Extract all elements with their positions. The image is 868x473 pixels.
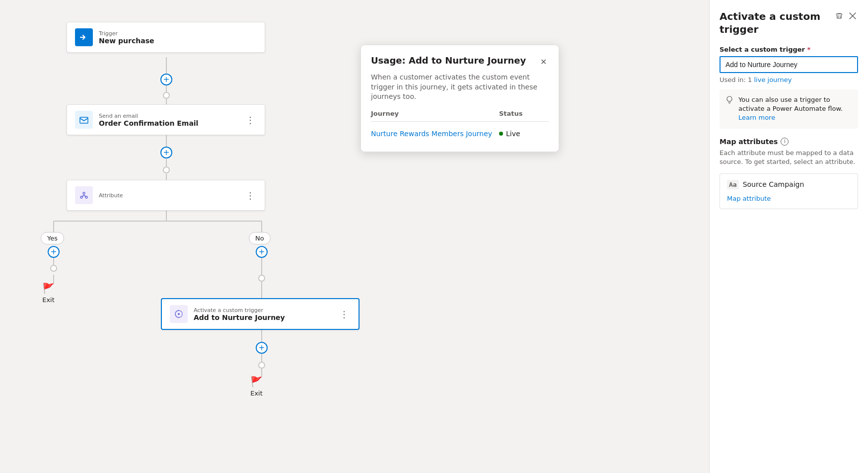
attribute-node[interactable]: Attribute ⋮ (67, 180, 265, 211)
no-branch-label: No (249, 232, 271, 244)
col-journey-header: Journey (371, 110, 499, 117)
trigger-select-input[interactable] (720, 56, 858, 73)
yes-branch-label: Yes (41, 232, 64, 244)
info-text: You can also use a trigger to activate a… (738, 95, 852, 123)
map-attributes-desc: Each attribute must be mapped to a data … (720, 149, 858, 166)
attribute-node-menu[interactable]: ⋮ (244, 189, 257, 202)
connector-circle-bottom (258, 362, 265, 369)
info-box: You can also use a trigger to activate a… (720, 89, 858, 129)
add-step-1[interactable]: + (160, 74, 172, 85)
exit-node-yes: 🚩 Exit (42, 282, 55, 304)
panel-header-actions (833, 10, 858, 22)
map-attribute-link[interactable]: Map attribute (727, 195, 771, 202)
custom-trigger-label: Activate a custom trigger (194, 307, 332, 314)
connector-circle-1 (163, 92, 170, 99)
usage-table: Journey Status Nurture Rewards Members J… (371, 110, 549, 142)
usage-table-header: Journey Status (371, 110, 549, 122)
custom-trigger-title: Add to Nurture Journey (194, 314, 332, 321)
attribute-card-header: Aa Source Campaign (727, 180, 851, 189)
add-step-no[interactable]: + (256, 246, 268, 258)
trigger-title: New purchase (99, 37, 257, 45)
trigger-node-text: Trigger New purchase (99, 30, 257, 45)
email-node-menu[interactable]: ⋮ (244, 114, 257, 126)
used-in-text: Used in: 1 live journey (720, 76, 858, 83)
status-badge: Live (499, 130, 549, 138)
attr-type-icon: Aa (727, 180, 739, 189)
attribute-card: Aa Source Campaign Map attribute (720, 173, 858, 209)
svg-point-24 (178, 313, 180, 315)
attribute-label: Attribute (99, 192, 238, 199)
trigger-icon (75, 28, 93, 46)
map-attributes-title: Map attributes (720, 138, 778, 146)
required-star: * (807, 46, 811, 53)
map-attributes-info-icon[interactable]: i (781, 138, 789, 146)
learn-more-link[interactable]: Learn more (738, 114, 775, 121)
panel-header: Activate a custom trigger (720, 10, 858, 36)
add-step-2[interactable]: + (160, 147, 172, 158)
delete-button[interactable] (833, 10, 845, 22)
exit-flag-no: 🚩 (250, 376, 263, 388)
attr-name: Source Campaign (743, 180, 804, 188)
attribute-node-text: Attribute (99, 192, 238, 199)
attribute-icon (75, 186, 93, 204)
add-step-yes[interactable]: + (48, 246, 60, 258)
trigger-select-label: Select a custom trigger * (720, 46, 858, 53)
connector-circle-no (258, 275, 265, 282)
status-text: Live (506, 130, 520, 138)
usage-popup: Usage: Add to Nurture Journey ✕ When a c… (361, 45, 559, 152)
svg-rect-17 (80, 117, 88, 123)
usage-popup-close[interactable]: ✕ (538, 55, 549, 69)
custom-trigger-node[interactable]: Activate a custom trigger Add to Nurture… (161, 298, 360, 330)
exit-flag-yes: 🚩 (42, 282, 55, 294)
svg-point-18 (83, 192, 85, 194)
svg-line-23 (84, 196, 86, 196)
custom-trigger-node-menu[interactable]: ⋮ (338, 308, 351, 320)
usage-popup-header: Usage: Add to Nurture Journey ✕ (371, 55, 549, 69)
connector-circle-2 (163, 166, 170, 173)
exit-label-no: Exit (250, 390, 263, 397)
panel-title: Activate a custom trigger (720, 10, 829, 36)
exit-label-yes: Exit (42, 296, 55, 304)
email-title: Order Confirmation Email (99, 119, 238, 127)
email-icon (75, 111, 93, 129)
journey-link[interactable]: Nurture Rewards Members Journey (371, 130, 499, 138)
usage-table-row: Nurture Rewards Members Journey Live (371, 126, 549, 142)
usage-popup-title: Usage: Add to Nurture Journey (371, 55, 538, 66)
usage-popup-desc: When a customer activates the custom eve… (371, 73, 549, 102)
close-button[interactable] (847, 10, 858, 22)
journey-canvas: Trigger New purchase + Send an email Ord… (0, 0, 709, 473)
trigger-label: Trigger (99, 30, 257, 37)
svg-point-20 (85, 196, 87, 198)
custom-trigger-node-text: Activate a custom trigger Add to Nurture… (194, 307, 332, 321)
flow-connectors (0, 0, 709, 473)
trigger-node[interactable]: Trigger New purchase (67, 22, 265, 53)
svg-point-19 (80, 196, 82, 198)
exit-node-no: 🚩 Exit (250, 376, 263, 397)
right-panel: Activate a custom trigger Select a custo… (709, 0, 868, 473)
email-node-text: Send an email Order Confirmation Email (99, 113, 238, 127)
add-step-after-trigger[interactable]: + (256, 342, 268, 354)
svg-line-22 (81, 196, 84, 196)
status-dot (499, 132, 503, 136)
col-status-header: Status (499, 110, 549, 117)
connector-circle-yes (50, 265, 57, 272)
map-attributes-header: Map attributes i (720, 138, 858, 146)
live-journey-link[interactable]: live journey (754, 76, 792, 83)
email-label: Send an email (99, 113, 238, 119)
info-lightbulb-icon (725, 96, 733, 106)
email-node[interactable]: Send an email Order Confirmation Email ⋮ (67, 104, 265, 135)
custom-trigger-icon (170, 305, 188, 323)
